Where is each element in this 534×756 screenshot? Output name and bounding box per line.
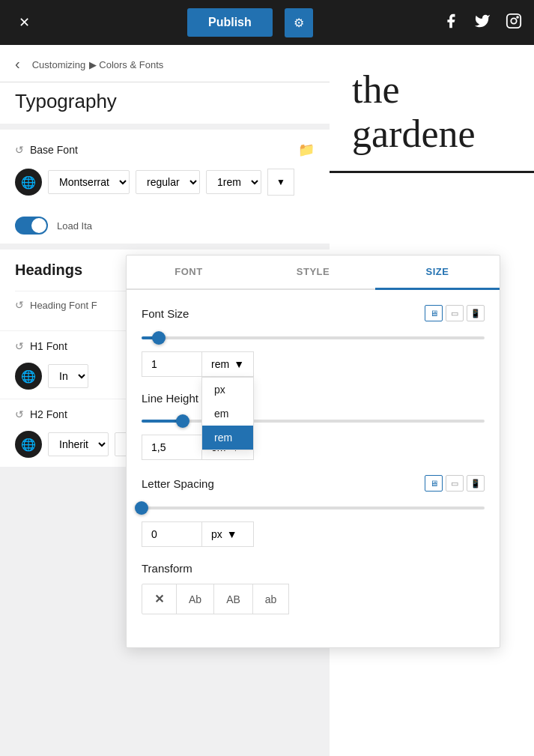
h2-globe-button[interactable]: 🌐 [15, 431, 42, 458]
tablet-icon-ls[interactable]: ▭ [446, 475, 464, 492]
close-button[interactable]: ✕ [12, 10, 36, 34]
popup-panel: FONT STYLE SIZE Font Size 🖥 ▭ 📱 [126, 255, 500, 648]
slider-thumb-lh[interactable] [176, 414, 189, 428]
letter-spacing-unit: px [211, 528, 222, 540]
breadcrumb: Customizing ▶ Colors & Fonts [32, 58, 164, 71]
mobile-icon-ls[interactable]: 📱 [467, 475, 485, 492]
line-height-control: Line Height em ▼ [142, 392, 485, 460]
base-font-label-group: ↺ Base Font [15, 144, 78, 156]
mobile-icon[interactable]: 📱 [467, 305, 485, 321]
letter-spacing-control: Letter Spacing 🖥 ▭ 📱 px ▼ [142, 475, 485, 547]
letter-spacing-label-row: Letter Spacing 🖥 ▭ 📱 [142, 475, 485, 492]
heading-font-label: Heading Font F [30, 300, 97, 311]
tab-font[interactable]: FONT [127, 255, 251, 288]
line-height-slider[interactable] [142, 414, 485, 429]
line-height-input[interactable] [142, 435, 201, 460]
slider-track-lh [142, 420, 485, 423]
settings-button[interactable]: ⚙ [285, 8, 313, 37]
tab-size[interactable]: SIZE [375, 255, 500, 290]
load-italic-label: Load Ita [57, 220, 92, 232]
desktop-icon-ls[interactable]: 🖥 [425, 475, 443, 492]
h2-font-label: H2 Font [30, 408, 67, 420]
unit-dropdown-arrow: ▼ [234, 358, 244, 370]
h2-font-label-group: ↺ H2 Font [15, 408, 67, 420]
heading-font-reset-icon[interactable]: ↺ [15, 299, 24, 311]
h1-font-select[interactable]: In [48, 364, 88, 388]
publish-button[interactable]: Publish [187, 8, 273, 37]
h1-font-reset-icon[interactable]: ↺ [15, 340, 24, 352]
transform-label: Transform [142, 562, 192, 575]
letter-spacing-device-icons: 🖥 ▭ 📱 [425, 475, 485, 492]
popup-content: Font Size 🖥 ▭ 📱 rem ▼ [127, 290, 500, 647]
svg-point-2 [517, 16, 518, 18]
transform-lowercase-btn[interactable]: ab [252, 584, 290, 614]
transform-label-row: Transform [142, 562, 485, 575]
breadcrumb-current: Colors & Fonts [99, 59, 163, 70]
slider-track [142, 336, 485, 339]
tab-style[interactable]: STYLE [251, 255, 375, 288]
letter-spacing-unit-button[interactable]: px ▼ [201, 521, 254, 547]
back-button[interactable]: ‹ [15, 55, 20, 73]
svg-point-1 [511, 18, 516, 23]
h1-font-label-group: ↺ H1 Font [15, 340, 67, 352]
instagram-icon[interactable] [506, 13, 522, 33]
social-icons-group [443, 13, 522, 33]
tablet-icon[interactable]: ▭ [446, 305, 464, 321]
font-size-value-row: rem ▼ px em rem [142, 351, 485, 377]
h1-font-label: H1 Font [30, 340, 67, 352]
transform-control: Transform ✕ Ab AB ab [142, 562, 485, 614]
font-dropdown-btn[interactable]: ▼ [267, 169, 294, 196]
font-size-input[interactable] [142, 351, 201, 377]
h1-globe-button[interactable]: 🌐 [15, 363, 42, 390]
breadcrumb-path: Customizing [32, 59, 86, 70]
svg-rect-0 [507, 13, 521, 27]
font-name-select[interactable]: Montserrat [48, 170, 130, 194]
desktop-icon[interactable]: 🖥 [425, 305, 443, 321]
globe-button[interactable]: 🌐 [15, 169, 42, 196]
letter-spacing-arrow: ▼ [227, 528, 237, 540]
font-size-slider[interactable] [142, 330, 485, 345]
breadcrumb-arrow: ▶ [89, 59, 100, 70]
unit-option-em[interactable]: em [202, 402, 253, 426]
unit-dropdown: px em rem [201, 377, 254, 450]
letter-spacing-unit-container: px ▼ [201, 521, 254, 547]
slider-thumb-ls[interactable] [135, 501, 148, 515]
folder-icon[interactable]: 📁 [298, 142, 315, 158]
load-italic-toggle[interactable] [15, 217, 48, 235]
font-style-select[interactable]: regular [136, 170, 200, 194]
base-font-controls: 🌐 Montserrat regular 1rem ▼ [15, 169, 315, 196]
unit-select-button[interactable]: rem ▼ [201, 351, 254, 377]
device-icons-group: 🖥 ▭ 📱 [425, 305, 485, 321]
line-height-value-row: em ▼ [142, 435, 485, 460]
letter-spacing-slider[interactable] [142, 501, 485, 515]
twitter-icon[interactable] [474, 13, 491, 33]
letter-spacing-label: Letter Spacing [142, 477, 214, 490]
h2-font-reset-icon[interactable]: ↺ [15, 408, 24, 420]
top-bar: ✕ Publish ⚙ [0, 0, 534, 45]
unit-option-rem[interactable]: rem [202, 426, 253, 450]
top-bar-left: ✕ Publish ⚙ [12, 8, 313, 37]
font-size-control: Font Size 🖥 ▭ 📱 rem ▼ [142, 305, 485, 377]
transform-buttons: ✕ Ab AB ab [142, 584, 485, 614]
selected-unit: rem [211, 358, 229, 370]
font-size-select[interactable]: 1rem [206, 170, 261, 194]
base-font-heading: ↺ Base Font 📁 [15, 142, 315, 158]
base-font-label: Base Font [30, 144, 78, 156]
base-font-reset-icon[interactable]: ↺ [15, 144, 24, 156]
slider-thumb[interactable] [152, 331, 166, 345]
unit-select-container: rem ▼ px em rem [201, 351, 254, 377]
popup-tabs: FONT STYLE SIZE [127, 255, 500, 290]
transform-none-btn[interactable]: ✕ [142, 584, 177, 614]
letter-spacing-input[interactable] [142, 521, 201, 547]
transform-capitalize-btn[interactable]: Ab [176, 584, 214, 614]
font-size-label: Font Size [142, 307, 189, 320]
facebook-icon[interactable] [443, 13, 459, 33]
font-size-label-row: Font Size 🖥 ▭ 📱 [142, 305, 485, 321]
letter-spacing-value-row: px ▼ [142, 521, 485, 547]
unit-option-px[interactable]: px [202, 378, 253, 402]
h2-font-select[interactable]: Inherit [48, 432, 109, 456]
base-font-section: ↺ Base Font 📁 🌐 Montserrat regular 1rem … [0, 130, 330, 208]
transform-uppercase-btn[interactable]: AB [213, 584, 253, 614]
line-height-label: Line Height [142, 392, 198, 405]
page-title: Typography [0, 82, 330, 124]
